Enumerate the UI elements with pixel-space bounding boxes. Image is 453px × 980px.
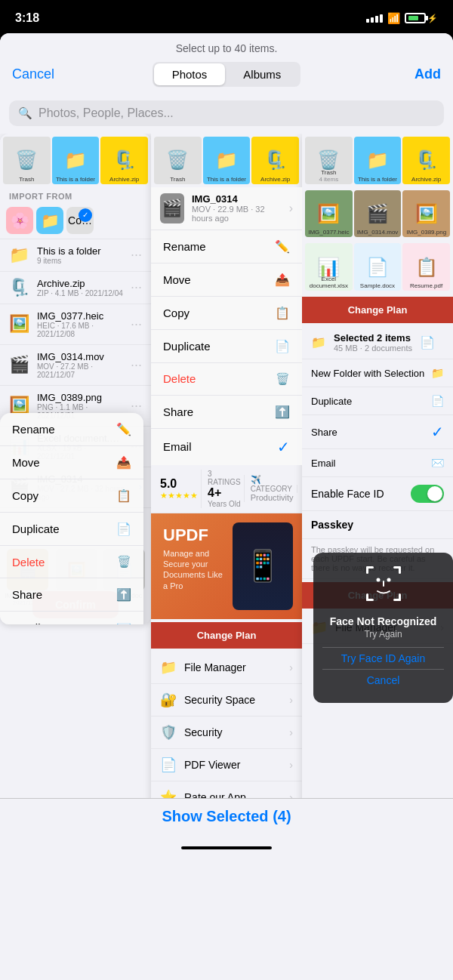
face-id-cancel-button[interactable]: Cancel: [322, 674, 444, 686]
chevron-icon: ›: [289, 759, 293, 771]
svg-point-8: [376, 578, 380, 582]
ctx-share-2[interactable]: Share ⬆️: [151, 396, 302, 429]
category-value: Productivity: [251, 493, 294, 502]
file-item[interactable]: 📁 This is a folder 9 items ···: [0, 239, 151, 272]
ctx-move-2[interactable]: Move 📤: [151, 263, 302, 297]
ctx-email[interactable]: Email ✉️: [0, 612, 143, 624]
battery-container: ⚡: [405, 13, 438, 23]
email-action-icon: ✉️: [431, 457, 444, 469]
duplicate-action-icon: 📄: [431, 395, 444, 407]
promo-banner: UPDF Manage and Secure your Documents Li…: [151, 513, 302, 619]
delete-icon-2: 🗑️: [276, 372, 290, 386]
ctx-delete[interactable]: Delete 🗑️: [0, 546, 143, 578]
share-check-icon: ✓: [431, 423, 444, 441]
right-thumb-pdf: 📋 Resume.pdf: [402, 243, 450, 291]
rename-icon-2: ✏️: [275, 239, 290, 254]
top-thumb-grid: 🗑️ Trash 📁 This is a folder 🗜️ Archive.z…: [0, 134, 151, 187]
nav-rate-app[interactable]: ⭐ Rate our App ›: [151, 781, 302, 798]
rating-score: 5.0: [160, 477, 198, 491]
file-item[interactable]: 🖼️ IMG_0377.heic HEIC · 17.6 MB · 2021/1…: [0, 304, 151, 345]
show-selected-button[interactable]: Show Selected (4): [162, 808, 291, 825]
stars: ★★★★★: [160, 491, 198, 501]
ctx-delete-2[interactable]: Delete 🗑️: [151, 363, 302, 396]
menu-share[interactable]: Share ✓: [302, 415, 453, 449]
security-space-icon: 🔐: [160, 692, 177, 708]
chevron-icon: ›: [289, 661, 293, 673]
try-face-id-button[interactable]: Try Face ID Again: [322, 652, 444, 664]
face-id-toggle[interactable]: [411, 485, 444, 503]
move-icon-2: 📤: [275, 273, 290, 287]
photos-app-icon: 🌸: [6, 207, 33, 234]
selected-title: Selected 2 items: [334, 332, 412, 344]
nav-security-space[interactable]: 🔐 Security Space ›: [151, 684, 302, 717]
home-indicator: [181, 846, 272, 849]
nav-file-manager[interactable]: 📁 File Manager ›: [151, 652, 302, 684]
subtitle-text: Select up to 40 items.: [12, 42, 441, 54]
right-thumb-folder: 📁 This is a folder: [354, 137, 402, 184]
copy-icon: 📋: [116, 488, 131, 503]
face-id-subtitle: Try Again: [322, 629, 444, 639]
ctx-file-header: 🎬 IMG_0314 MOV · 22.9 MB · 32 hours ago …: [151, 187, 302, 230]
search-input[interactable]: Photos, People, Places...: [39, 106, 174, 120]
tab-albums[interactable]: Albums: [225, 63, 299, 85]
app-container: Select up to 40 items. Cancel Photos Alb…: [0, 33, 453, 980]
svg-rect-5: [366, 593, 368, 601]
menu-email[interactable]: Email ✉️: [302, 449, 453, 477]
selected-icon: 📁: [311, 335, 326, 350]
rating-row: 5.0 ★★★★★ 3 RATINGS 4+ Years Old ✈️ CATE…: [151, 465, 302, 513]
add-button[interactable]: Add: [414, 66, 441, 82]
context-menu-1: Rename ✏️ Move 📤 Copy 📋 Duplicate 📄 Dele…: [0, 413, 143, 624]
ctx-share[interactable]: Share ⬆️: [0, 578, 143, 612]
face-id-title: Face Not Recognized: [322, 615, 444, 627]
selected-header: 📁 Selected 2 items 45 MB · 2 documents 📄: [302, 326, 453, 359]
top-bar: Select up to 40 items. Cancel Photos Alb…: [0, 33, 453, 93]
svg-rect-3: [399, 566, 401, 574]
nav-security-label: Security: [184, 726, 223, 738]
right-thumb-grid: 🗑️ Trash4 items 📁 This is a folder 🗜️ Ar…: [302, 134, 453, 187]
ctx-email-2[interactable]: Email ✓: [151, 429, 302, 465]
file-item[interactable]: 🎬 IMG_0314.mov MOV · 27.2 MB · 2021/12/0…: [0, 345, 151, 386]
settings-face-id-row: Enable Face ID: [302, 477, 453, 511]
file-item[interactable]: 🗜️ Archive.zip ZIP · 4.1 MB · 2021/12/04…: [0, 272, 151, 304]
copy-icon-2: 📋: [275, 306, 290, 320]
thumb-zip: 🗜️ Archive.zip: [100, 137, 148, 184]
ctx-duplicate[interactable]: Duplicate 📄: [0, 513, 143, 546]
search-bar[interactable]: 🔍 Photos, People, Places...: [9, 100, 444, 126]
right-thumb-mov: 🎬 IMG_0314.mov: [354, 190, 402, 238]
nav-pdf-viewer[interactable]: 📄 PDF Viewer ›: [151, 749, 302, 781]
ctx-move[interactable]: Move 📤: [0, 446, 143, 479]
nav-rate-label: Rate our App: [184, 791, 246, 798]
menu-duplicate-label: Duplicate: [311, 396, 352, 407]
move-icon: 📤: [116, 455, 131, 470]
share-icon: ⬆️: [116, 587, 131, 602]
new-folder-action-icon: 📁: [431, 367, 444, 379]
change-plan-btn-mid[interactable]: Change Plan: [151, 622, 302, 649]
updf-logo: UPDF: [163, 525, 223, 545]
copy-thumb: Co… ✓: [66, 207, 94, 234]
new-folder-icon: 📄: [420, 335, 435, 350]
settings-passkey-row: Passkey: [302, 511, 453, 539]
ctx-copy-2[interactable]: Copy 📋: [151, 297, 302, 330]
ctx-rename-2[interactable]: Rename ✏️: [151, 230, 302, 263]
ctx-copy[interactable]: Copy 📋: [0, 479, 143, 513]
rename-icon: ✏️: [116, 422, 131, 436]
ctx-duplicate-2[interactable]: Duplicate 📄: [151, 330, 302, 363]
mid-thumb-trash: 🗑️ Trash: [154, 137, 202, 184]
enable-face-id-label: Enable Face ID: [311, 488, 384, 500]
nav-security[interactable]: 🛡️ Security ›: [151, 717, 302, 749]
years-old: Years Old: [208, 500, 241, 508]
right-thumb-png: 🖼️ IMG_0389.png: [402, 190, 450, 238]
battery-icon: [405, 13, 426, 23]
menu-share-label: Share: [311, 427, 337, 438]
rate-app-icon: ⭐: [160, 789, 177, 798]
mid-thumb-zip: 🗜️ Archive.zip: [251, 137, 299, 184]
duplicate-icon: 📄: [116, 522, 131, 536]
nav-file-manager-label: File Manager: [184, 661, 246, 673]
nav-pdf-label: PDF Viewer: [184, 759, 240, 771]
menu-duplicate[interactable]: Duplicate 📄: [302, 387, 453, 415]
change-plan-btn-right[interactable]: Change Plan: [302, 297, 453, 323]
ctx-rename[interactable]: Rename ✏️: [0, 413, 143, 446]
cancel-button[interactable]: Cancel: [12, 66, 54, 82]
menu-new-folder[interactable]: New Folder with Selection 📁: [302, 359, 453, 387]
tab-photos[interactable]: Photos: [154, 63, 226, 85]
